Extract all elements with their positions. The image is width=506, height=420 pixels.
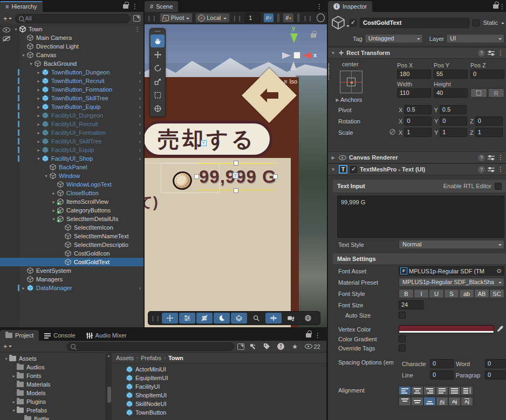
row-kebab-icon[interactable]: ⋮ — [134, 26, 140, 33]
auto-size-checkbox[interactable] — [399, 312, 406, 319]
help-icon[interactable]: ? — [478, 50, 485, 57]
hidden-count-badge[interactable]: 22 — [304, 343, 322, 350]
sell-button[interactable]: 売却する — [145, 121, 272, 157]
anchor-preset-widget[interactable] — [340, 71, 363, 93]
prefab-asset-row[interactable]: TownButton — [112, 408, 326, 417]
breadcrumb-prefabs[interactable]: Prefabs — [141, 355, 161, 361]
textmesh-gizmo-icon[interactable]: T — [233, 173, 238, 178]
hand-tool-button[interactable] — [151, 35, 165, 47]
lighting-toggle-button[interactable] — [214, 313, 230, 323]
alignment-button[interactable] — [411, 397, 423, 406]
fold-arrow-icon[interactable] — [36, 130, 42, 135]
hierarchy-row[interactable]: BackPanel › ⋮ — [0, 163, 143, 171]
folder-row[interactable]: Plugins — [0, 397, 106, 406]
hierarchy-row[interactable]: CostGoldText › ⋮ — [0, 258, 143, 266]
prefab-asset-row[interactable]: ActorMiniUI — [112, 365, 326, 374]
font-style-button[interactable]: U — [429, 289, 444, 298]
project-search-input[interactable] — [67, 342, 234, 351]
rtl-checkbox[interactable] — [495, 183, 502, 190]
fold-arrow-icon[interactable]: ▶ — [334, 98, 340, 102]
hierarchy-row[interactable]: Main Camera › ⋮ — [0, 33, 143, 42]
hierarchy-row[interactable]: DataManager › ⋮ — [0, 284, 143, 292]
rect-transform-header[interactable]: ▼ ✛ Rect Transform ? ⋮ — [328, 47, 506, 59]
alert-filter-icon[interactable]: ! — [276, 343, 286, 350]
rotate-tool-button[interactable] — [151, 61, 165, 74]
tab-hierarchy[interactable]: ≡ Hierarchy — [0, 1, 43, 12]
hierarchy-row[interactable]: CategoryButtons › ⋮ — [0, 206, 143, 215]
height-field[interactable]: 40 — [434, 88, 468, 98]
camera-settings-icon[interactable] — [317, 13, 325, 22]
scale-tool-button[interactable] — [151, 75, 165, 88]
grid-snap-toggle[interactable]: #Y — [263, 13, 275, 23]
fold-arrow-icon[interactable] — [13, 27, 19, 32]
prefab-expand-icon[interactable]: › — [139, 95, 141, 101]
scale-z-field[interactable]: 1 — [475, 128, 503, 137]
alignment-button[interactable]: Aj — [448, 397, 461, 406]
rotation-x-field[interactable]: 0 — [404, 116, 432, 126]
hierarchy-row[interactable]: Canvas › ⋮ — [0, 51, 143, 59]
prefab-expand-icon[interactable]: › — [139, 78, 141, 84]
pivot-toggle-button[interactable]: Pivot — [160, 13, 193, 23]
main-settings-bar[interactable]: Main Settings — [333, 253, 506, 264]
raw-edit-button[interactable]: R — [488, 88, 505, 98]
axis-x-cone[interactable] — [303, 52, 311, 59]
fold-arrow-icon[interactable] — [36, 113, 42, 118]
rect-handle-left[interactable] — [194, 174, 199, 179]
camera-overlay-button[interactable] — [283, 313, 299, 323]
folder-row[interactable]: Assets — [0, 354, 106, 363]
overlay-grip[interactable]: ━━ — [150, 29, 165, 34]
hierarchy-row[interactable]: CostGoldIcon › ⋮ — [0, 249, 143, 258]
create-asset-button[interactable]: + — [3, 342, 12, 350]
override-tags-checkbox[interactable] — [399, 345, 406, 352]
font-style-button[interactable]: B — [399, 289, 414, 298]
kebab-menu-icon[interactable]: ⋮ — [314, 332, 321, 339]
alignment-button[interactable] — [399, 386, 411, 395]
name-field[interactable]: CostGoldText — [360, 18, 469, 28]
folder-row[interactable]: Fonts — [0, 371, 106, 380]
gameobject-icon[interactable] — [330, 15, 346, 31]
scale-x-field[interactable]: 1 — [404, 128, 432, 137]
hierarchy-row[interactable]: ItemsScrollView › ⋮ — [0, 197, 143, 206]
alignment-button[interactable]: Aj — [436, 397, 448, 406]
tab-audio-mixer[interactable]: Audio Mixer — [81, 330, 132, 341]
fold-arrow-icon[interactable] — [51, 217, 57, 222]
font-style-button[interactable]: S — [444, 289, 459, 298]
fold-arrow-icon[interactable] — [36, 70, 42, 75]
text-style-dropdown[interactable]: Normal — [399, 240, 504, 249]
alignment-button[interactable] — [436, 386, 448, 395]
hierarchy-row[interactable]: TownButton_Equip › ⋮ — [0, 102, 143, 111]
hierarchy-row[interactable]: Managers › ⋮ — [0, 275, 143, 284]
text-value-area[interactable]: 99,999 G — [337, 196, 504, 238]
fold-arrow-icon[interactable] — [11, 374, 17, 378]
prefab-expand-icon[interactable]: › — [139, 130, 141, 136]
kebab-menu-icon[interactable]: ⋮ — [316, 3, 323, 10]
prefab-expand-icon[interactable]: › — [139, 113, 141, 119]
font-size-field[interactable]: 24 — [399, 300, 423, 309]
material-preset-dropdown[interactable]: MPLUS1p-Regular SDF_BlackSha — [399, 278, 504, 287]
posy-field[interactable]: 55 — [434, 70, 468, 79]
folder-row[interactable]: Models — [0, 389, 106, 397]
active-checkbox[interactable] — [350, 19, 357, 26]
toolbar-grip[interactable]: ❙❙ — [147, 15, 157, 21]
prefab-expand-icon[interactable]: › — [139, 147, 141, 153]
layer-dropdown[interactable]: UI — [446, 34, 504, 43]
hierarchy-row[interactable]: TownButton_SkillTree › ⋮ — [0, 94, 143, 102]
posx-field[interactable]: 180 — [397, 70, 431, 79]
transform-tool-button[interactable] — [151, 102, 165, 115]
fold-arrow-icon[interactable]: ▼ — [330, 51, 336, 56]
tool-settings-button[interactable] — [179, 313, 195, 323]
lock-icon[interactable] — [493, 4, 498, 9]
word-spacing-field[interactable]: 0 — [485, 359, 506, 368]
project-tree-scrollbar[interactable]: ▲ — [106, 353, 112, 420]
tag-filter-icon[interactable] — [262, 343, 272, 350]
prefab-expand-icon[interactable]: › — [139, 104, 141, 110]
search-overlay-button[interactable] — [248, 313, 264, 323]
tab-project[interactable]: Project — [0, 330, 39, 341]
snap-dropdown[interactable] — [297, 13, 300, 23]
prefab-asset-row[interactable]: ShopItemUI — [112, 391, 326, 400]
hierarchy-row[interactable]: Directional Light › ⋮ — [0, 42, 143, 51]
scrollbar-thumb[interactable] — [107, 387, 111, 403]
breadcrumb-assets[interactable]: Assets — [116, 355, 134, 361]
font-style-button[interactable]: SC — [489, 289, 504, 298]
rect-tool-button[interactable] — [151, 88, 165, 101]
